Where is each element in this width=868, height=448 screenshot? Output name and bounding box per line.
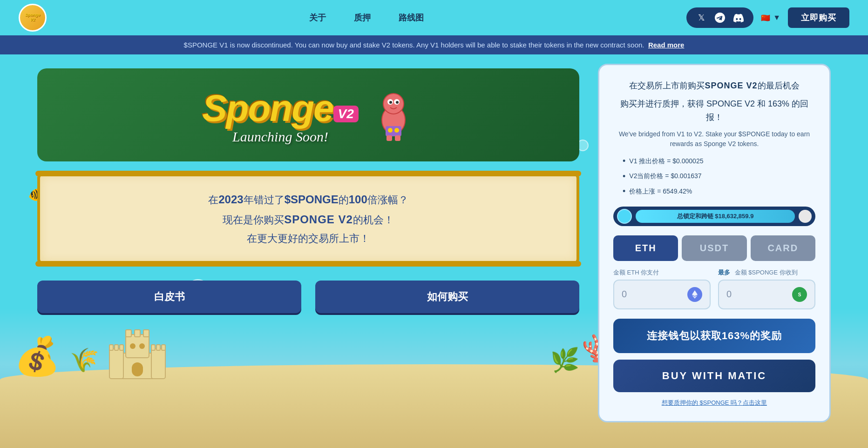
announcement-banner: $SPONGE V1 is now discontinued. You can … <box>0 35 868 54</box>
progress-bubble-left <box>617 209 632 224</box>
svg-point-24 <box>394 128 399 133</box>
subtitle-and: 和 <box>757 99 766 108</box>
sponge-token-icon: S <box>792 287 807 302</box>
card-title: 在交易所上市前购买SPONGE V2的最后机会 <box>613 79 815 93</box>
sponge-title: SpongeV2 Launching Soon! <box>202 90 359 145</box>
discord-icon[interactable] <box>732 11 745 24</box>
connect-wallet-button[interactable]: 连接钱包以获取163%的奖励 <box>613 319 815 353</box>
svg-point-23 <box>388 128 393 133</box>
eth-icon <box>687 287 702 302</box>
hero-buttons: 白皮书 如何购买 <box>37 281 579 313</box>
card-title-brand: SPONGE V2 <box>705 81 757 90</box>
character-icon <box>373 85 414 150</box>
card-subtitle: 购买并进行质押，获得 SPONGE V2 和 163% 的回报！ <box>613 97 815 124</box>
receive-input-wrapper: S <box>718 280 815 309</box>
v2-badge: V2 <box>333 106 359 122</box>
receive-label-text: 金额 $SPONGE 你收到 <box>735 269 798 276</box>
bullet-2: V2当前价格 = $0.001637 <box>623 169 806 184</box>
banner-text: $SPONGE V1 is now discontinued. You can … <box>184 41 644 49</box>
progress-bar: 总锁定和跨链 $18,632,859.9 <box>613 207 815 226</box>
pay-input-wrapper <box>613 280 711 309</box>
logo[interactable]: SpongeV2 <box>19 4 47 32</box>
tab-card[interactable]: CARD <box>751 235 815 261</box>
twitter-icon[interactable]: 𝕏 <box>695 11 708 24</box>
banner-read-more-link[interactable]: Read more <box>648 41 685 49</box>
header: SpongeV2 关于 质押 路线图 𝕏 🇨🇳 ▼ 立即购买 <box>0 0 868 35</box>
max-badge[interactable]: 最多 <box>718 269 730 276</box>
sponge-logo-text: Sponge <box>202 87 333 129</box>
launching-text: Launching Soon! <box>202 129 359 145</box>
parchment-content: 在2023年错过了$SPONGE的100倍涨幅？ 现在是你购买SPONGE V2… <box>59 189 558 248</box>
svg-point-21 <box>396 101 399 104</box>
input-labels: 金额 ETH 你支付 最多 金额 $SPONGE 你收到 <box>613 268 815 277</box>
card-description: We've bridged from V1 to V2. Stake your … <box>613 129 815 149</box>
buy-now-button[interactable]: 立即购买 <box>788 7 849 28</box>
nav-stake[interactable]: 质押 <box>354 12 371 23</box>
buy-matic-button[interactable]: BUY WITH MATIC <box>613 360 815 392</box>
svg-text:S: S <box>798 292 801 297</box>
whitepaper-button[interactable]: 白皮书 <box>37 281 301 313</box>
main-nav: 关于 质押 路线图 <box>309 12 424 23</box>
pay-input[interactable] <box>622 289 678 300</box>
bullet-3: 价格上涨 = 6549.42% <box>623 184 806 199</box>
progress-bubble-right <box>799 210 812 223</box>
hero-banner: SpongeV2 Launching Soon! <box>37 68 579 161</box>
svg-point-17 <box>383 94 404 114</box>
svg-rect-22 <box>386 126 401 136</box>
input-row: S <box>613 280 815 309</box>
progress-text: 总锁定和跨链 $18,632,859.9 <box>677 212 754 221</box>
progress-bar-fill: 总锁定和跨链 $18,632,859.9 <box>636 210 795 223</box>
tab-usdt[interactable]: USDT <box>682 235 746 261</box>
card-title-prefix: 在交易所上市前购买 <box>629 81 705 90</box>
telegram-icon[interactable] <box>713 11 726 24</box>
left-panel: SpongeV2 Launching Soon! <box>37 64 579 313</box>
nav-roadmap[interactable]: 路线图 <box>399 12 424 23</box>
stake-link[interactable]: 想要质押你的 $SPONGE 吗？点击这里 <box>613 399 815 407</box>
purchase-card: 在交易所上市前购买SPONGE V2的最后机会 购买并进行质押，获得 SPONG… <box>598 64 831 422</box>
svg-point-20 <box>389 101 392 104</box>
subtitle-percent: 163% <box>768 99 789 108</box>
svg-rect-26 <box>395 135 400 141</box>
subtitle-brand: SPONGE V2 <box>706 99 755 108</box>
pay-label: 金额 ETH 你支付 <box>613 268 711 277</box>
tab-eth[interactable]: ETH <box>613 235 678 261</box>
receive-input[interactable] <box>726 289 783 300</box>
chevron-down-icon: ▼ <box>773 13 780 22</box>
nav-about[interactable]: 关于 <box>309 12 326 23</box>
main-content: SpongeV2 Launching Soon! <box>0 54 868 436</box>
logo-area: SpongeV2 <box>19 4 47 32</box>
how-to-buy-button[interactable]: 如何购买 <box>315 281 579 313</box>
card-title-suffix: 的最后机会 <box>758 81 800 90</box>
flag-icon: 🇨🇳 <box>761 13 770 22</box>
payment-tabs: ETH USDT CARD <box>613 235 815 261</box>
social-icons: 𝕏 <box>686 7 753 28</box>
receive-label: 最多 金额 $SPONGE 你收到 <box>718 268 815 277</box>
parchment-scroll: 在2023年错过了$SPONGE的100倍涨幅？ 现在是你购买SPONGE V2… <box>37 173 579 265</box>
card-bullets-list: V1 推出价格 = $0.000025 V2当前价格 = $0.001637 价… <box>613 154 815 199</box>
subtitle-prefix: 购买并进行质押，获得 <box>620 99 704 108</box>
svg-rect-25 <box>387 135 392 141</box>
header-right: 𝕏 🇨🇳 ▼ 立即购买 <box>686 7 849 28</box>
bullet-1: V1 推出价格 = $0.000025 <box>623 154 806 168</box>
lang-selector[interactable]: 🇨🇳 ▼ <box>761 13 780 22</box>
